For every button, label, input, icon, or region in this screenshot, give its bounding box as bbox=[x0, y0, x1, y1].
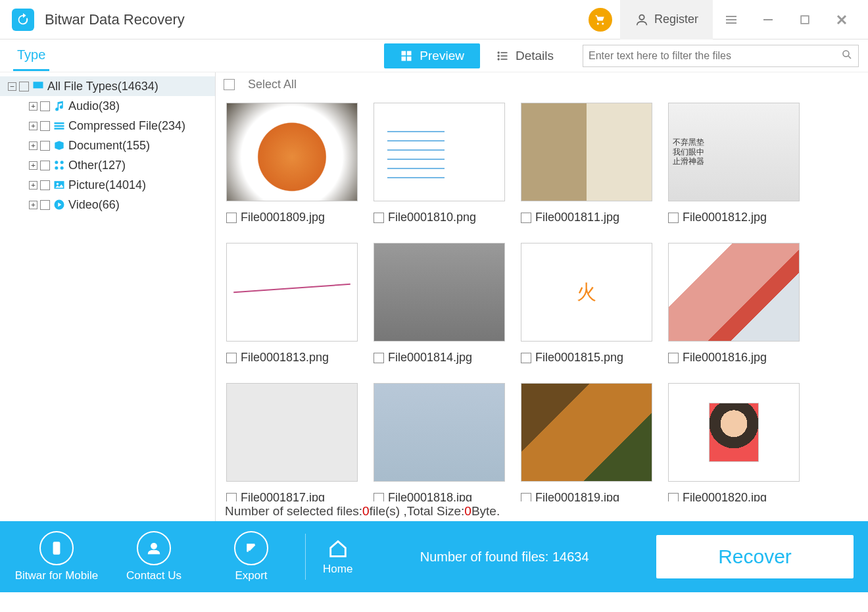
file-item[interactable]: File0001814.jpg bbox=[374, 243, 512, 365]
cart-button[interactable] bbox=[589, 8, 612, 32]
svg-point-9 bbox=[843, 51, 849, 57]
maximize-button[interactable] bbox=[786, 0, 823, 39]
thumbnail-image[interactable]: 不弃黑垫我们眼中止滑神器 bbox=[668, 103, 800, 201]
view-preview-button[interactable]: Preview bbox=[384, 43, 480, 68]
thumbnail-image[interactable] bbox=[668, 243, 800, 342]
select-all-label[interactable]: Select All bbox=[248, 78, 297, 91]
tab-type[interactable]: Type bbox=[13, 41, 49, 71]
tree-label: Other(127) bbox=[68, 159, 126, 172]
file-checkbox[interactable] bbox=[668, 353, 679, 363]
tree-item-zip[interactable]: +Compressed File(234) bbox=[0, 116, 215, 136]
thumbnail-image[interactable]: 火 bbox=[521, 243, 652, 342]
file-item[interactable]: File0001809.jpg bbox=[226, 103, 364, 224]
search-icon[interactable] bbox=[841, 49, 853, 63]
tree-expand-icon[interactable]: + bbox=[29, 102, 37, 111]
svg-point-8 bbox=[498, 59, 499, 60]
monitor-icon bbox=[32, 80, 45, 93]
tree-expand-icon[interactable]: + bbox=[29, 201, 37, 209]
tree-label: Compressed File(234) bbox=[68, 119, 185, 133]
recover-button[interactable]: Recover bbox=[656, 535, 854, 578]
file-item[interactable]: File0001810.png bbox=[374, 103, 512, 224]
svg-point-13 bbox=[60, 166, 64, 170]
tree-item-other[interactable]: +Other(127) bbox=[0, 155, 215, 175]
thumbnail-image[interactable] bbox=[374, 383, 505, 482]
file-item[interactable]: File0001820.jpg bbox=[668, 383, 806, 501]
thumbnail-image[interactable] bbox=[521, 103, 652, 201]
register-button[interactable]: Register bbox=[620, 0, 713, 39]
tree-label: All File Types(14634) bbox=[47, 80, 158, 93]
tree-checkbox[interactable] bbox=[40, 101, 50, 111]
thumbnail-image[interactable] bbox=[226, 243, 358, 342]
svg-rect-2 bbox=[402, 51, 406, 55]
file-item[interactable]: File0001816.jpg bbox=[668, 243, 806, 365]
thumbnail-image[interactable] bbox=[668, 383, 800, 482]
file-item[interactable]: File0001811.jpg bbox=[521, 103, 659, 224]
file-checkbox[interactable] bbox=[226, 493, 237, 502]
tree-label: Audio(38) bbox=[68, 99, 120, 113]
tree-expand-icon[interactable]: + bbox=[29, 181, 37, 190]
file-checkbox[interactable] bbox=[668, 493, 679, 502]
thumbnail-image[interactable] bbox=[374, 103, 505, 201]
minimize-button[interactable] bbox=[750, 0, 786, 39]
file-checkbox[interactable] bbox=[521, 353, 531, 363]
toolbar: Type Preview Details bbox=[0, 39, 868, 72]
vid-icon bbox=[53, 198, 66, 211]
file-item[interactable]: File0001819.jpg bbox=[521, 383, 659, 501]
tree-item-audio[interactable]: +Audio(38) bbox=[0, 96, 215, 116]
file-item[interactable]: File0001817.jpg bbox=[226, 383, 364, 501]
tree-item-doc[interactable]: +Document(155) bbox=[0, 136, 215, 155]
title-bar: Bitwar Data Recovery Register bbox=[0, 0, 868, 39]
file-item[interactable]: File0001818.jpg bbox=[374, 383, 512, 501]
audio-icon bbox=[53, 99, 66, 113]
file-item[interactable]: 火File0001815.png bbox=[521, 243, 659, 365]
file-checkbox[interactable] bbox=[374, 213, 384, 223]
contact-icon bbox=[137, 531, 171, 565]
tree-expand-icon[interactable]: + bbox=[29, 161, 37, 170]
file-item[interactable]: File0001813.png bbox=[226, 243, 364, 365]
file-checkbox[interactable] bbox=[374, 493, 384, 502]
file-checkbox[interactable] bbox=[521, 493, 531, 502]
tree-item-pic[interactable]: +Picture(14014) bbox=[0, 175, 215, 195]
main-panel: Select All File0001809.jpgFile0001810.pn… bbox=[216, 72, 868, 521]
thumbnail-image[interactable] bbox=[226, 383, 358, 482]
file-item[interactable]: 不弃黑垫我们眼中止滑神器File0001812.jpg bbox=[668, 103, 806, 224]
tree-checkbox[interactable] bbox=[40, 200, 50, 210]
tree-item-all[interactable]: − All File Types(14634) bbox=[0, 76, 215, 96]
menu-icon[interactable] bbox=[713, 0, 750, 39]
search-box[interactable] bbox=[583, 45, 859, 67]
search-input[interactable] bbox=[589, 50, 841, 62]
svg-point-0 bbox=[639, 14, 644, 19]
preview-label: Preview bbox=[420, 49, 464, 63]
tree-checkbox[interactable] bbox=[19, 82, 29, 91]
tree-expand-icon[interactable]: + bbox=[29, 141, 37, 150]
tree-checkbox[interactable] bbox=[40, 161, 50, 170]
select-all-checkbox[interactable] bbox=[224, 79, 235, 90]
select-all-row: Select All bbox=[216, 72, 868, 96]
contact-us-button[interactable]: Contact Us bbox=[105, 531, 203, 582]
file-name: File0001809.jpg bbox=[241, 211, 325, 224]
close-button[interactable] bbox=[823, 0, 860, 39]
tree-item-vid[interactable]: +Video(66) bbox=[0, 195, 215, 215]
home-button[interactable]: Home bbox=[323, 538, 352, 576]
register-label: Register bbox=[654, 13, 698, 26]
bitwar-mobile-button[interactable]: Bitwar for Mobile bbox=[8, 531, 105, 582]
file-checkbox[interactable] bbox=[668, 213, 679, 223]
thumbnail-grid[interactable]: File0001809.jpgFile0001810.pngFile000181… bbox=[216, 96, 868, 501]
file-checkbox[interactable] bbox=[226, 353, 237, 363]
thumbnail-image[interactable] bbox=[226, 103, 358, 201]
tree-checkbox[interactable] bbox=[40, 141, 50, 151]
svg-point-12 bbox=[55, 166, 58, 170]
svg-point-6 bbox=[498, 52, 499, 53]
selection-status: Number of selected files: 0file(s) ,Tota… bbox=[216, 501, 868, 521]
view-details-button[interactable]: Details bbox=[480, 43, 569, 68]
tree-expand-icon[interactable]: + bbox=[29, 122, 37, 130]
export-button[interactable]: Export bbox=[203, 531, 300, 582]
file-checkbox[interactable] bbox=[521, 213, 531, 223]
tree-checkbox[interactable] bbox=[40, 180, 50, 190]
tree-collapse-icon[interactable]: − bbox=[8, 82, 16, 91]
file-checkbox[interactable] bbox=[374, 353, 384, 363]
thumbnail-image[interactable] bbox=[374, 243, 505, 342]
file-checkbox[interactable] bbox=[226, 213, 237, 223]
thumbnail-image[interactable] bbox=[521, 383, 652, 482]
tree-checkbox[interactable] bbox=[40, 121, 50, 131]
